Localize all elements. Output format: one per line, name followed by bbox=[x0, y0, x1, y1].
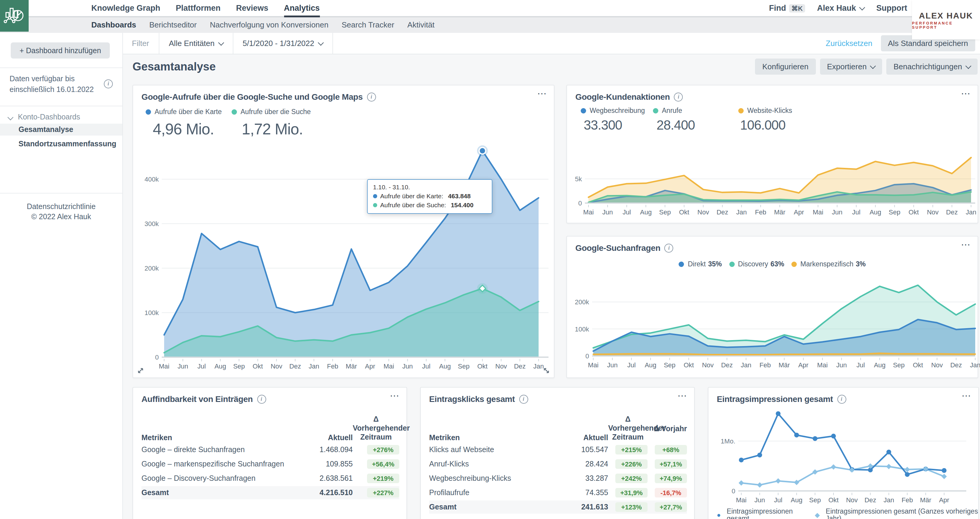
info-icon[interactable]: i bbox=[665, 243, 673, 252]
reset-filters-link[interactable]: Zurücksetzen bbox=[826, 39, 872, 48]
card-menu-icon[interactable]: ⋯ bbox=[390, 390, 399, 401]
configure-button[interactable]: Konfigurieren bbox=[755, 59, 816, 75]
card-menu-icon[interactable]: ⋯ bbox=[961, 88, 970, 99]
info-icon[interactable]: i bbox=[257, 394, 266, 404]
card-menu-icon[interactable]: ⋯ bbox=[961, 239, 970, 250]
privacy-link[interactable]: Datenschutzrichtlinie bbox=[0, 202, 123, 212]
delta-badge: +215% bbox=[615, 445, 648, 455]
app-logo[interactable] bbox=[0, 0, 29, 32]
support-link[interactable]: Support bbox=[877, 3, 907, 13]
listing-clicks-card: Eintragsklicks gesamt i ⋯ MetrikenAktuel… bbox=[420, 387, 695, 519]
delta-badge: +68% bbox=[655, 445, 687, 455]
subnav-konversionen[interactable]: Nachverfolgung von Konversionen bbox=[210, 20, 329, 29]
info-icon[interactable]: i bbox=[674, 92, 683, 101]
find-button[interactable]: Find⌘K bbox=[769, 3, 805, 13]
table-row: Google – Discovery-Suchanfragen2.638.561… bbox=[142, 472, 399, 485]
svg-text:Jun: Jun bbox=[402, 363, 413, 370]
tooltip-dot bbox=[373, 194, 377, 198]
delta-badge: +56,4% bbox=[367, 459, 399, 469]
date-range-dropdown[interactable]: 5/1/2020 - 1/31/2022 bbox=[233, 33, 333, 54]
svg-text:Mär: Mär bbox=[345, 363, 357, 370]
svg-text:Jun: Jun bbox=[602, 208, 612, 216]
divider bbox=[0, 106, 123, 106]
filter-bar: Filter Alle Entitäten 5/1/2020 - 1/31/20… bbox=[123, 33, 980, 54]
company-logo: ALEX HAUK PERFORMANCE SUPPORT bbox=[912, 0, 980, 40]
nav-analytics[interactable]: Analytics bbox=[284, 0, 320, 16]
subnav-dashboards[interactable]: Dashboards bbox=[91, 20, 136, 29]
add-dashboard-button[interactable]: + Dashboard hinzufügen bbox=[11, 42, 110, 59]
card-title: Eintragsklicks gesamt bbox=[429, 394, 515, 404]
svg-text:Feb: Feb bbox=[327, 363, 339, 370]
svg-text:Aug: Aug bbox=[791, 496, 802, 504]
google-views-chart[interactable]: 100k200k300k400k0MaiJunJulAugSepOktNovDe… bbox=[133, 85, 554, 377]
svg-text:5k: 5k bbox=[575, 175, 582, 183]
info-icon[interactable]: i bbox=[837, 394, 846, 404]
svg-text:Jan: Jan bbox=[966, 208, 976, 216]
svg-text:Jul: Jul bbox=[627, 361, 636, 369]
nav-plattformen[interactable]: Plattformen bbox=[176, 0, 221, 16]
google-actions-chart[interactable]: 5k0MaiJunJulAugSepOktNovDezJanFebMärAprM… bbox=[567, 85, 978, 223]
svg-text:Sep: Sep bbox=[458, 363, 469, 370]
divider bbox=[0, 67, 123, 68]
svg-text:Dez: Dez bbox=[514, 363, 525, 370]
entity-filter-dropdown[interactable]: Alle Entitäten bbox=[159, 33, 233, 54]
circle-marker-icon: ● bbox=[717, 511, 721, 518]
card-title: Google-Aufrufe über die Google-Suche und… bbox=[142, 92, 363, 102]
svg-text:100k: 100k bbox=[575, 326, 589, 333]
resize-handle-icon[interactable] bbox=[542, 367, 550, 374]
delta-badge: +226% bbox=[615, 459, 648, 469]
subnav-search-tracker[interactable]: Search Tracker bbox=[342, 20, 394, 29]
subnav-berichtseditor[interactable]: Berichtseditor bbox=[149, 20, 197, 29]
sidebar-item-standortzusammenfassung[interactable]: Standortzusammenfassung bbox=[0, 138, 123, 150]
top-nav: Knowledge Graph Plattformen Reviews Anal… bbox=[0, 0, 980, 16]
notifications-button[interactable]: Benachrichtigungen bbox=[886, 59, 978, 75]
legend-item-impressions-prev-year[interactable]: ◆Eintragsimpressionen gesamt (Ganzes vor… bbox=[815, 508, 978, 519]
nav-knowledge-graph[interactable]: Knowledge Graph bbox=[91, 0, 160, 16]
svg-text:Jul: Jul bbox=[422, 363, 430, 370]
card-menu-icon[interactable]: ⋯ bbox=[537, 88, 547, 99]
svg-text:Okt: Okt bbox=[909, 208, 919, 216]
svg-text:1Mo.: 1Mo. bbox=[721, 438, 735, 445]
export-button[interactable]: Exportieren bbox=[820, 59, 882, 75]
svg-text:Mär: Mär bbox=[920, 496, 931, 504]
nav-reviews[interactable]: Reviews bbox=[236, 0, 268, 16]
sidebar-item-gesamtanalyse[interactable]: Gesamtanalyse bbox=[0, 124, 123, 136]
card-menu-icon[interactable]: ⋯ bbox=[678, 390, 687, 401]
svg-text:Mai: Mai bbox=[383, 363, 394, 370]
svg-text:Jun: Jun bbox=[832, 208, 842, 216]
svg-text:Okt: Okt bbox=[253, 363, 263, 370]
info-icon[interactable]: i bbox=[367, 92, 376, 101]
svg-text:Mär: Mär bbox=[774, 208, 786, 216]
svg-text:Okt: Okt bbox=[679, 208, 689, 216]
svg-text:Jun: Jun bbox=[178, 363, 188, 370]
svg-text:200k: 200k bbox=[145, 265, 159, 272]
card-title: Google-Kundenaktionen bbox=[575, 92, 670, 102]
svg-text:Aug: Aug bbox=[870, 208, 881, 216]
diamond-marker-icon: ◆ bbox=[815, 511, 820, 519]
google-queries-chart[interactable]: 100k200k0MaiJunJulAugSepOktNovDezJanFebM… bbox=[567, 236, 978, 377]
keyboard-shortcut-badge: ⌘K bbox=[789, 4, 805, 13]
svg-text:Feb: Feb bbox=[755, 208, 766, 216]
konto-dashboards-group[interactable]: Konto-Dashboards bbox=[8, 113, 80, 121]
user-menu[interactable]: Alex Hauk bbox=[817, 3, 864, 13]
svg-text:Mai: Mai bbox=[817, 361, 827, 369]
discoverability-table: MetrikenAktuellΔVorhergehenderZeitraumGo… bbox=[142, 415, 399, 499]
google-views-card: Google-Aufrufe über die Google-Suche und… bbox=[132, 85, 554, 378]
chevron-down-icon bbox=[318, 40, 323, 45]
svg-text:Jul: Jul bbox=[856, 361, 865, 369]
legend-item-impressions[interactable]: ●Eintragsimpressionen gesamt bbox=[717, 508, 808, 519]
delta-badge: +123% bbox=[615, 502, 648, 512]
svg-text:Jan: Jan bbox=[741, 361, 751, 369]
card-menu-icon[interactable]: ⋯ bbox=[961, 390, 971, 401]
svg-text:Jan: Jan bbox=[884, 496, 894, 504]
impressions-chart[interactable]: 1Mo.0MaiJunJulAugSepOktNovDezJanFebMärAp… bbox=[708, 388, 978, 519]
info-icon[interactable]: i bbox=[519, 394, 528, 404]
delta-badge: +219% bbox=[367, 474, 399, 483]
resize-handle-icon[interactable] bbox=[137, 367, 145, 374]
svg-text:Dez: Dez bbox=[716, 208, 728, 216]
subnav-aktivitaet[interactable]: Aktivität bbox=[407, 20, 434, 29]
info-icon[interactable]: i bbox=[104, 79, 113, 88]
impressions-card: Eintragsimpressionen gesamt i ⋯ 1Mo.0Mai… bbox=[708, 387, 979, 519]
svg-text:Nov: Nov bbox=[702, 361, 714, 369]
analytics-dashboard: Knowledge Graph Plattformen Reviews Anal… bbox=[0, 0, 980, 519]
